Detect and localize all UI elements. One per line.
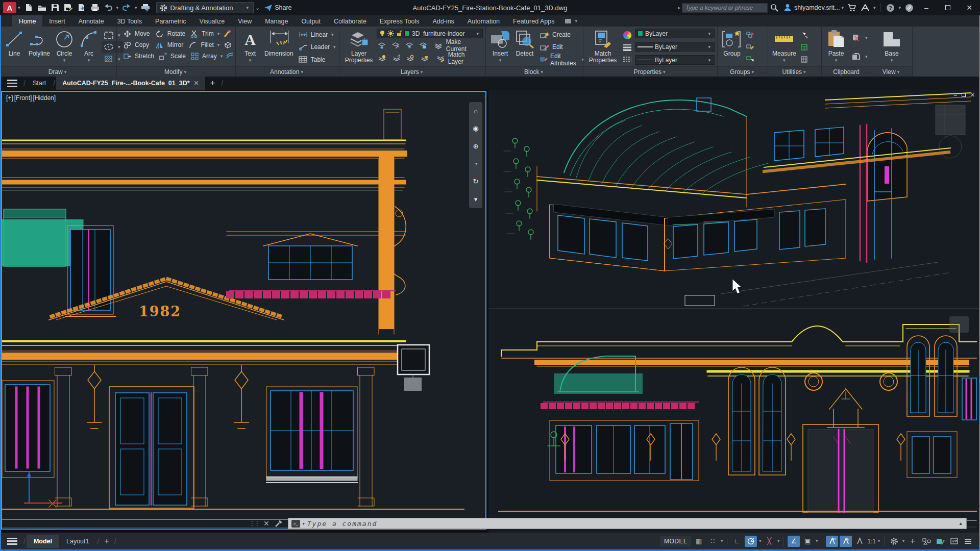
help-icon[interactable]: ? [885,3,896,13]
tab-collaborate[interactable]: Collaborate [327,15,373,27]
layer-unisolate-icon[interactable] [390,40,401,51]
layout-menu-icon[interactable] [7,538,17,545]
cut-button[interactable]: ▾ [849,32,871,43]
lineweight-dropdown[interactable]: ByLayer▾ [635,42,715,52]
command-grip-icon[interactable]: ⋮⋮ [249,520,259,527]
edit-attributes-button[interactable]: Edit Attributes▾ [537,54,587,65]
circle-caret-icon[interactable]: ▾ [63,57,66,64]
osnap-caret-icon[interactable]: ▾ [815,539,818,543]
annotation-scale-value[interactable]: 1:1 [867,538,876,545]
viewport-3d[interactable]: – ✕ [488,90,980,309]
erase-button[interactable] [223,28,232,39]
isodraft-icon[interactable]: ╳ [763,536,775,547]
command-input[interactable] [307,520,956,528]
redo-caret-icon[interactable]: ▾ [135,5,137,10]
object-color-dropdown[interactable]: ByLayer▾ [635,29,715,38]
viewport-minimize-icon[interactable]: – [954,92,957,98]
model-tab[interactable]: Model [27,535,59,548]
command-caret-icon[interactable]: ▾ [303,521,305,526]
settings-caret-icon[interactable]: ▾ [902,539,905,543]
tab-insert[interactable]: Insert [42,15,71,27]
search-expand-icon[interactable]: ▸ [678,5,681,10]
id-point-icon[interactable] [799,54,810,65]
tab-add-ins[interactable]: Add-ins [426,15,460,27]
panel-label-utilities[interactable]: Utilities▾ [768,66,821,77]
tab-parametric[interactable]: Parametric [149,15,192,27]
annotation-visibility-icon[interactable] [826,536,838,547]
block-edit-button[interactable]: Edit [537,41,587,53]
fillet-button[interactable]: Fillet▾ [186,39,223,51]
panel-label-properties[interactable]: Properties▾ [583,66,717,77]
panel-label-annotation[interactable]: Annotation▾ [236,66,339,77]
new-file-icon[interactable] [23,3,34,13]
copy-clip-button[interactable]: ▾ [849,51,871,62]
lineweight-icon[interactable] [622,42,633,53]
tab-3d-tools[interactable]: 3D Tools [111,15,149,27]
base-button[interactable]: Base ▾ [880,28,903,66]
file-tab-document[interactable]: AutoCAD-FY25_Fire-...-Book-Cafe_01_3D* ✕ [56,77,205,90]
viewport-plus-control[interactable]: [+] [6,94,13,102]
polar-tracking-icon[interactable] [745,536,757,547]
polyline-button[interactable]: Polyline [27,28,52,66]
scale-button[interactable]: Scale [156,51,187,62]
tab-home[interactable]: Home [12,15,42,27]
trim-caret-icon[interactable]: ▾ [217,31,220,36]
ungroup-icon[interactable] [745,29,756,40]
navigation-bar[interactable]: ⌂ ◉ ⊕ ◔ ↻ ▾ [469,102,482,208]
viewport-elevation[interactable] [488,309,980,533]
export-icon[interactable] [76,3,87,13]
polar-caret-icon[interactable]: ▾ [758,539,762,543]
tab-manage[interactable]: Manage [258,15,295,27]
panel-label-view[interactable]: View▾ [871,66,912,77]
annotation-scale-icon[interactable] [853,536,866,547]
app-menu-caret-icon[interactable]: ▾ [18,5,20,10]
circle-button[interactable]: Circle ▾ [53,28,76,66]
autodesk-logo-icon[interactable] [860,3,871,13]
annotation-autoscale-icon[interactable] [840,536,852,547]
save-as-icon[interactable] [63,3,74,13]
viewport-restore-icon[interactable] [962,92,966,98]
window-maximize-button[interactable] [937,0,959,15]
navbar-more-icon[interactable]: ▾ [474,195,478,203]
workspace-switcher[interactable]: Drafting & Annotation ▾ [156,2,254,13]
tab-express-tools[interactable]: Express Tools [373,15,426,27]
layer-off-icon[interactable] [377,53,388,64]
share-label[interactable]: Share [275,4,291,11]
color-wheel-icon[interactable] [622,30,633,41]
redo-icon[interactable] [121,3,132,13]
match-properties-button[interactable]: Match Properties [586,28,620,66]
command-expand-icon[interactable]: ▲ [959,521,963,526]
annotation-scale-caret-icon[interactable]: ▾ [877,539,880,543]
group-edit-icon[interactable] [745,41,756,53]
search-input[interactable] [682,3,768,13]
linear-caret-icon[interactable]: ▾ [331,32,334,37]
tab-output[interactable]: Output [295,15,327,27]
feedback-icon[interactable] [903,3,915,13]
user-avatar-icon[interactable] [782,3,793,13]
tab-featured-apps[interactable]: Featured Apps [506,15,561,27]
layer-prev-icon[interactable] [405,53,416,64]
tab-view[interactable]: View [231,15,258,27]
group-selection-icon[interactable] [745,54,756,65]
viewport-view-control[interactable]: [Front] [14,94,32,102]
file-tab-close-icon[interactable]: ✕ [194,80,199,87]
arc-caret-icon[interactable]: ▾ [88,57,90,64]
cart-icon[interactable] [846,3,857,13]
plot-icon[interactable] [89,3,101,13]
array-button[interactable]: Array▾ [187,51,226,62]
viewport-close-icon[interactable]: ✕ [970,92,975,98]
layer-unlock2-icon[interactable] [419,53,430,64]
file-tabs-menu-icon[interactable] [7,80,17,87]
layer-properties-button[interactable]: Layer Properties [342,28,376,66]
panel-label-block[interactable]: Block▾ [486,66,583,77]
layer-lock-icon[interactable] [418,40,429,51]
ribbon-options-button[interactable]: ▾ [561,15,583,27]
paste-caret-icon[interactable]: ▾ [835,57,838,64]
new-layout-button[interactable]: + [104,537,109,546]
ortho-mode-icon[interactable]: ∟ [731,536,743,547]
mirror-button[interactable]: Mirror [153,39,186,51]
isodraft-caret-icon[interactable]: ▾ [777,539,780,543]
arc-button[interactable]: Arc ▾ [77,28,101,66]
cut-caret-icon[interactable]: ▾ [865,35,868,40]
group-button[interactable]: Group [720,28,744,66]
